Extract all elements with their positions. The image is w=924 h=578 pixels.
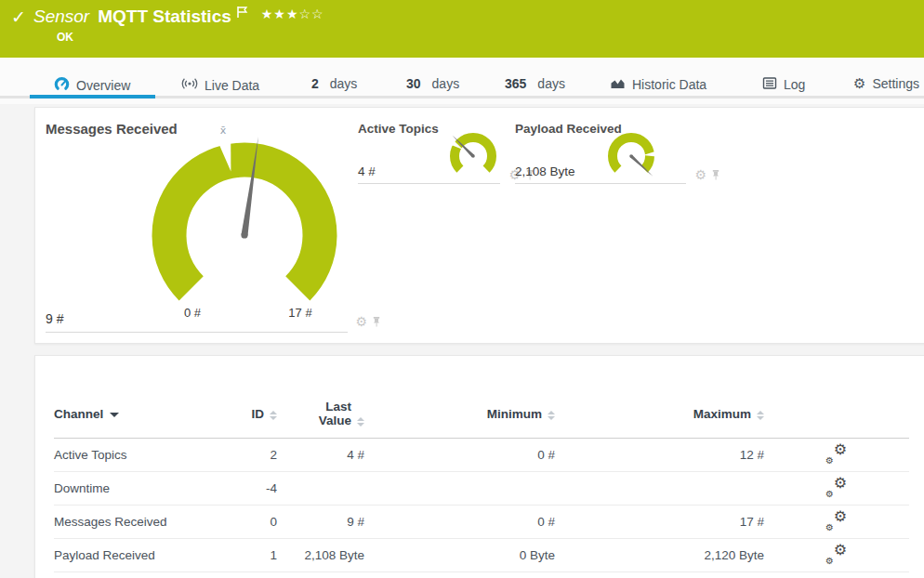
column-header-minimum[interactable]: Minimum [364, 389, 555, 439]
tab-label: days [432, 76, 460, 91]
tab-number: 30 [406, 76, 421, 91]
gear-icon: ⚙ [853, 77, 865, 90]
tab-label: Log [784, 77, 805, 92]
gauge-divider [515, 183, 686, 184]
gauges-panel: Messages Received x̄ 0 # 17 # 9 # ⚙ Acti… [34, 107, 924, 344]
channel-table: Channel ID Last Value Minimum Maximum [54, 389, 909, 572]
gauge-actions: ⚙ [355, 316, 381, 328]
status-badge: OK [57, 31, 73, 44]
channel-name[interactable]: Downtime [54, 472, 241, 506]
tab-number: 2 [311, 76, 319, 91]
channel-minimum: 0 # [364, 439, 555, 472]
tab-historic-data[interactable]: Historic Data [610, 76, 706, 93]
sensor-title-row: Sensor MQTT Statistics ★★★☆☆ [33, 5, 324, 29]
channel-last-value: 4 # [277, 439, 364, 472]
pin-icon[interactable] [372, 316, 381, 328]
channel-maximum [555, 472, 764, 506]
channel-name[interactable]: Payload Received [54, 539, 241, 572]
tab-number: 365 [505, 76, 526, 91]
gauge-min-label: 0 # [184, 306, 202, 320]
column-header-channel[interactable]: Channel [54, 389, 241, 439]
gear-icon[interactable]: ⚙ [694, 169, 706, 181]
channel-id: 0 [241, 506, 277, 539]
channel-minimum: 0 # [364, 506, 555, 539]
column-header-actions [764, 389, 909, 439]
average-marker-label: x̄ [220, 125, 227, 137]
tab-live-data[interactable]: Live Data [181, 76, 259, 94]
channel-name[interactable]: Active Topics [54, 439, 241, 472]
gauge-divider [46, 332, 348, 333]
log-list-icon [762, 76, 777, 93]
column-header-id[interactable]: ID [241, 389, 277, 439]
gauge-max-label: 17 # [288, 306, 312, 320]
tab-label: days [330, 76, 358, 91]
prtg-sensor-page: ✓ Sensor MQTT Statistics ★★★☆☆ OK Overvi… [0, 0, 924, 578]
sensor-type-label: Sensor [33, 5, 89, 29]
tab-label: Overview [76, 78, 130, 93]
tab-label: Historic Data [632, 77, 706, 92]
tab-overview[interactable]: Overview [54, 76, 130, 95]
table-header-row: Channel ID Last Value Minimum Maximum [54, 389, 909, 439]
tab-bar: Overview Live Data 2 days 30 days 365 da… [0, 58, 924, 104]
pin-icon[interactable] [711, 169, 720, 181]
gauge-title-active-topics: Active Topics [358, 122, 439, 136]
channel-id: 2 [241, 439, 277, 472]
channel-maximum: 17 # [555, 506, 764, 539]
sort-icon [548, 411, 555, 420]
tab-settings[interactable]: ⚙ Settings [853, 76, 919, 91]
table-row[interactable]: Messages Received 0 9 # 0 # 17 # ⚙⚙ [54, 506, 909, 539]
messages-received-value: 9 # [46, 311, 63, 326]
channels-panel: Channel ID Last Value Minimum Maximum [34, 355, 924, 578]
channel-settings-icon[interactable]: ⚙⚙ [825, 444, 848, 463]
channel-last-value: 9 # [277, 506, 364, 539]
area-chart-icon [610, 76, 626, 93]
status-ok-check-icon: ✓ [11, 7, 26, 28]
priority-stars[interactable]: ★★★☆☆ [261, 7, 324, 21]
channel-minimum [364, 472, 555, 506]
sort-icon [757, 411, 764, 420]
messages-received-gauge: x̄ 0 # 17 # [142, 124, 347, 342]
tab-label: Settings [872, 76, 919, 91]
column-header-last-value[interactable]: Last Value [277, 389, 364, 439]
channel-name[interactable]: Messages Received [54, 506, 241, 539]
gauge-icon [54, 76, 70, 95]
sensor-header: ✓ Sensor MQTT Statistics ★★★☆☆ OK [0, 0, 924, 58]
table-row[interactable]: Active Topics 2 4 # 0 # 12 # ⚙⚙ [54, 439, 909, 472]
channel-id: -4 [241, 472, 277, 506]
tab-label: days [537, 76, 565, 91]
channel-minimum: 0 Byte [364, 539, 555, 572]
payload-received-gauge [601, 122, 666, 187]
payload-received-value: 2,108 Byte [515, 164, 575, 178]
tab-2-days[interactable]: 2 days [311, 76, 357, 91]
channel-settings-icon[interactable]: ⚙⚙ [825, 511, 848, 530]
tab-365-days[interactable]: 365 days [505, 76, 565, 91]
broadcast-icon [181, 76, 198, 94]
channel-settings-icon[interactable]: ⚙⚙ [825, 545, 848, 563]
channel-id: 1 [241, 539, 277, 572]
tab-30-days[interactable]: 30 days [406, 76, 459, 91]
priority-flag-icon[interactable] [236, 6, 248, 22]
column-header-maximum[interactable]: Maximum [555, 389, 764, 439]
chevron-down-icon [110, 413, 119, 417]
sort-icon [270, 411, 277, 420]
channel-maximum: 2,120 Byte [555, 539, 764, 572]
active-tab-underline [30, 95, 155, 99]
tab-log[interactable]: Log [762, 76, 805, 93]
gauge-divider [358, 183, 500, 184]
table-row[interactable]: Downtime -4 ⚙⚙ [54, 472, 909, 506]
channel-last-value [277, 472, 364, 506]
table-row[interactable]: Payload Received 1 2,108 Byte 0 Byte 2,1… [54, 539, 909, 572]
sort-icon [357, 417, 364, 427]
active-topics-gauge [442, 122, 508, 187]
channel-last-value: 2,108 Byte [277, 539, 364, 572]
channel-settings-icon[interactable]: ⚙⚙ [825, 478, 848, 496]
active-topics-value: 4 # [358, 164, 376, 178]
tab-label: Live Data [205, 78, 259, 93]
channel-maximum: 12 # [555, 439, 764, 472]
gauge-actions: ⚙ [694, 169, 720, 181]
page-title: MQTT Statistics [98, 5, 231, 29]
gear-icon[interactable]: ⚙ [355, 316, 367, 328]
